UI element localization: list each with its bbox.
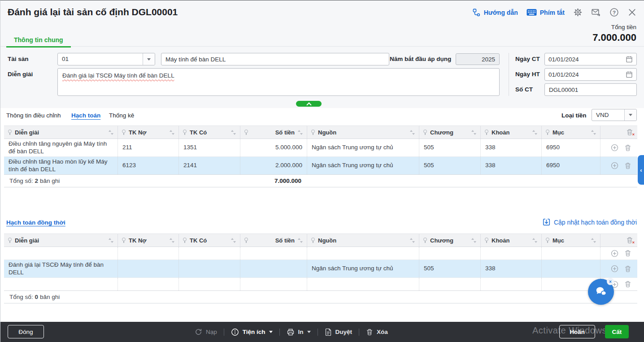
delete-row-icon[interactable] xyxy=(624,144,631,152)
column-header-so-tien[interactable]: Số tiền xyxy=(240,234,307,247)
cell-nguon[interactable]: Ngân sách Trung ương tự chủ xyxy=(307,260,419,277)
cell-chuong[interactable]: 505 xyxy=(419,260,481,277)
help-button[interactable] xyxy=(609,8,619,17)
tab-statistics[interactable]: Thống kê xyxy=(109,112,134,119)
cell-nguon[interactable] xyxy=(307,247,419,260)
cell-chuong[interactable]: 505 xyxy=(419,157,481,174)
column-header-chuong[interactable]: Chương xyxy=(419,234,481,247)
doc-date-input[interactable]: 01/01/2024 xyxy=(544,53,637,65)
cell-so-tien[interactable]: 2.000.000 xyxy=(240,157,307,174)
column-header-tk-no[interactable]: TK Nợ xyxy=(118,234,179,247)
cell-so-tien[interactable] xyxy=(240,247,307,260)
close-button[interactable]: Đóng xyxy=(8,325,44,338)
cell-nguon[interactable] xyxy=(307,278,419,290)
close-dialog-button[interactable] xyxy=(627,8,637,17)
pin-icon[interactable] xyxy=(311,130,315,135)
cell-khoan[interactable] xyxy=(481,278,542,290)
currency-dropdown-button[interactable] xyxy=(624,109,636,121)
sort-icon[interactable] xyxy=(231,238,236,243)
column-header-muc[interactable]: Mục xyxy=(542,234,600,247)
cell-tk-co[interactable] xyxy=(179,260,240,277)
cell-tk-no[interactable] xyxy=(118,278,179,290)
cell-chuong[interactable] xyxy=(419,278,481,290)
sort-icon[interactable] xyxy=(471,238,476,243)
sort-icon[interactable] xyxy=(298,130,303,135)
sort-icon[interactable] xyxy=(231,130,236,135)
tab-adjustment-info[interactable]: Thông tin điều chỉnh xyxy=(6,112,61,119)
delete-row-icon[interactable] xyxy=(624,281,631,288)
cell-khoan[interactable]: 338 xyxy=(481,139,542,156)
sort-icon[interactable] xyxy=(410,238,415,243)
approve-button[interactable]: Duyệt xyxy=(325,328,352,336)
print-button[interactable]: In xyxy=(287,328,311,336)
column-header-tk-no[interactable]: TK Nợ xyxy=(118,126,179,139)
shortcut-link[interactable]: Phím tắt xyxy=(527,9,565,16)
update-simultaneous-accounting-link[interactable]: Cập nhật hạch toán đồng thời xyxy=(543,218,637,226)
delete-button[interactable]: Xóa xyxy=(366,329,388,336)
column-header-chuong[interactable]: Chương xyxy=(419,126,481,139)
sort-icon[interactable] xyxy=(170,130,174,135)
column-header-tk-co[interactable]: TK Có xyxy=(179,126,240,139)
cell-dien-giai[interactable]: Đánh giá lại TSCĐ Máy tính để bàn DELL xyxy=(4,260,118,277)
delete-row-icon[interactable] xyxy=(624,265,631,273)
cell-khoan[interactable] xyxy=(481,247,542,260)
cell-muc[interactable] xyxy=(542,247,600,260)
asset-name-input[interactable] xyxy=(161,53,389,65)
pin-icon[interactable] xyxy=(485,130,488,135)
add-row-icon[interactable] xyxy=(611,250,618,257)
cell-tk-no[interactable]: 6123 xyxy=(118,157,179,174)
cell-chuong[interactable]: 505 xyxy=(419,139,481,156)
guide-link[interactable]: Hướng dẫn xyxy=(472,8,518,17)
cell-dien-giai[interactable] xyxy=(4,278,118,290)
pin-icon[interactable] xyxy=(122,130,126,135)
sort-icon[interactable] xyxy=(109,130,113,135)
column-header-dien-giai[interactable]: Diễn giải xyxy=(4,234,118,247)
pin-icon[interactable] xyxy=(122,238,126,243)
add-row-icon[interactable] xyxy=(611,265,618,273)
cell-tk-no[interactable] xyxy=(118,260,179,277)
pin-icon[interactable] xyxy=(423,130,427,135)
pin-icon[interactable] xyxy=(183,238,187,243)
cell-muc[interactable]: 6950 xyxy=(542,157,600,174)
sort-icon[interactable] xyxy=(170,238,174,243)
sort-icon[interactable] xyxy=(532,238,537,243)
cell-tk-co[interactable] xyxy=(179,247,240,260)
pin-icon[interactable] xyxy=(8,238,12,243)
pin-icon[interactable] xyxy=(244,238,248,243)
column-header-khoan[interactable]: Khoản xyxy=(481,126,542,139)
cell-so-tien[interactable] xyxy=(240,260,307,277)
cell-nguon[interactable]: Ngân sách Trung ương tự chủ xyxy=(307,157,419,174)
settings-button[interactable] xyxy=(573,8,583,17)
cell-so-tien[interactable] xyxy=(240,278,307,290)
column-header-khoan[interactable]: Khoản xyxy=(481,234,542,247)
simultaneous-accounting-link[interactable]: Hạch toán đồng thời xyxy=(6,219,65,226)
collapse-header-button[interactable] xyxy=(296,101,322,107)
utilities-button[interactable]: Tiện ích xyxy=(231,328,273,336)
cell-tk-co[interactable]: 1351 xyxy=(179,139,240,156)
cell-nguon[interactable]: Ngân sách Trung ương tự chủ xyxy=(307,139,419,156)
pin-icon[interactable] xyxy=(8,130,12,135)
pin-icon[interactable] xyxy=(311,238,315,243)
column-header-muc[interactable]: Mục xyxy=(542,126,600,139)
pin-icon[interactable] xyxy=(423,238,427,243)
sort-icon[interactable] xyxy=(532,130,537,135)
asset-code-combobox[interactable]: 01 xyxy=(57,53,155,65)
column-header-nguon[interactable]: Nguồn xyxy=(307,234,419,247)
delete-all-rows-button[interactable]: × xyxy=(600,234,637,247)
postpone-button[interactable]: Hoãn xyxy=(559,325,595,338)
delete-row-icon[interactable] xyxy=(624,250,631,257)
pin-icon[interactable] xyxy=(546,238,549,243)
delete-all-rows-button[interactable]: × xyxy=(600,126,637,139)
calendar-icon[interactable] xyxy=(626,71,633,78)
tab-accounting[interactable]: Hạch toán xyxy=(71,112,100,119)
side-panel-toggle[interactable]: ‹ xyxy=(638,155,644,185)
column-header-nguon[interactable]: Nguồn xyxy=(307,126,419,139)
cell-so-tien[interactable]: 5.000.000 xyxy=(240,139,307,156)
cell-khoan[interactable]: 338 xyxy=(481,157,542,174)
pin-icon[interactable] xyxy=(183,130,187,135)
start-year-input[interactable] xyxy=(456,53,500,65)
cell-tk-no[interactable]: 211 xyxy=(118,139,179,156)
column-header-so-tien[interactable]: Số tiền xyxy=(240,126,307,139)
add-row-icon[interactable] xyxy=(611,144,618,152)
calendar-icon[interactable] xyxy=(626,56,633,63)
